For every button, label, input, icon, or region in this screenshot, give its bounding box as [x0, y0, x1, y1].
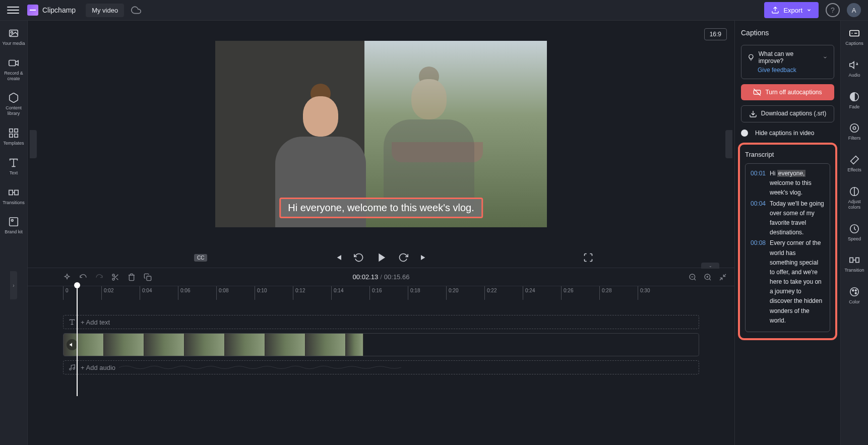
timeline-ruler[interactable]: 00:020:040:060:080:100:120:140:160:180:2… [28, 286, 734, 300]
ruler-mark: 0:06 [178, 286, 216, 300]
panel-title: Captions [741, 29, 834, 37]
cloud-sync-icon[interactable] [131, 5, 141, 15]
turn-off-autocaptions-button[interactable]: Turn off autocaptions [741, 84, 834, 100]
cc-badge[interactable]: CC [194, 254, 207, 262]
transcript-line[interactable]: 00:04Today we'll be going over some of m… [751, 199, 825, 238]
svg-rect-24 [856, 258, 859, 263]
cut-icon[interactable] [111, 273, 119, 281]
video-track[interactable] [63, 333, 699, 356]
record-icon [8, 57, 19, 69]
sidebar-item-content-library[interactable]: Content library [0, 90, 27, 118]
play-icon[interactable] [374, 250, 388, 265]
sidebar-item-brand-kit[interactable]: Brand kit [3, 214, 25, 237]
waveform [119, 364, 401, 371]
hamburger-menu-icon[interactable] [7, 4, 19, 16]
rail-item-fade[interactable]: Fade [847, 89, 862, 112]
adjust-colors-icon [849, 186, 860, 197]
time-display: 00:02.13/00:15.66 [353, 273, 410, 281]
skip-forward-icon[interactable] [418, 252, 428, 263]
transcript-text[interactable]: Today we'll be going over some of my fav… [770, 199, 825, 238]
magic-icon[interactable] [63, 273, 71, 281]
svg-point-26 [852, 290, 854, 291]
sidebar-item-record-create[interactable]: Record & create [0, 55, 27, 84]
text-track-icon [69, 319, 76, 326]
svg-rect-4 [15, 129, 18, 132]
rail-item-speed[interactable]: Speed [846, 221, 863, 244]
fit-icon[interactable] [719, 273, 727, 281]
svg-rect-5 [15, 134, 18, 137]
left-rail: Your media Record & create Content libra… [0, 21, 28, 445]
svg-rect-13 [147, 276, 151, 281]
text-track[interactable]: + Add text [63, 315, 699, 329]
transcript-text[interactable]: Every corner of the world has something … [770, 238, 825, 326]
rewind-10-icon[interactable] [354, 252, 364, 263]
transcript-title: Transcript [745, 151, 830, 158]
help-icon[interactable]: ? [826, 3, 840, 17]
sidebar-item-transitions[interactable]: Transitions [1, 185, 27, 208]
ruler-mark: 0:12 [293, 286, 331, 300]
download-icon [749, 110, 757, 118]
right-rail: Captions Audio Fade Filters Effects Adju… [840, 21, 868, 445]
give-feedback-link[interactable]: Give feedback [758, 67, 828, 74]
ruler-mark: 0 [63, 286, 101, 300]
fade-icon [849, 91, 860, 102]
transcript-line[interactable]: 00:08Every corner of the world has somet… [751, 238, 825, 326]
sidebar-item-your-media[interactable]: Your media [0, 26, 27, 48]
chevron-down-icon [823, 55, 828, 60]
library-icon [8, 92, 19, 103]
avatar[interactable]: A [847, 3, 861, 17]
playhead[interactable] [77, 285, 78, 396]
video-preview[interactable]: Hi everyone, welcome to this week's vlog… [215, 41, 547, 227]
filters-icon [849, 122, 860, 134]
ruler-mark: 0:10 [255, 286, 293, 300]
svg-point-19 [853, 127, 856, 130]
rail-item-color[interactable]: Color [847, 284, 862, 307]
svg-rect-3 [10, 129, 13, 132]
transcript-body[interactable]: 00:01Hi everyone, welcome to this week's… [745, 163, 830, 332]
logo-mark-icon [27, 5, 38, 16]
download-captions-button[interactable]: Download captions (.srt) [741, 105, 834, 122]
hide-captions-toggle[interactable]: Hide captions in video [741, 130, 834, 137]
skip-back-icon[interactable] [334, 252, 344, 263]
video-title[interactable]: My video [86, 4, 124, 17]
sidebar-item-templates[interactable]: Templates [1, 125, 26, 148]
effects-icon [849, 154, 860, 165]
transition-icon [849, 255, 860, 266]
audio-track[interactable]: + Add audio [63, 360, 699, 374]
forward-10-icon[interactable] [398, 252, 408, 263]
transcript-timestamp[interactable]: 00:01 [751, 169, 766, 198]
rail-item-captions[interactable]: Captions [843, 26, 865, 48]
sidebar-item-text[interactable]: Text [6, 155, 21, 178]
copy-icon[interactable] [144, 273, 152, 281]
transcript-text[interactable]: Hi everyone, welcome to this week's vlog… [770, 169, 825, 198]
rail-item-audio[interactable]: Audio [846, 57, 862, 80]
logo-text: Clipchamp [42, 6, 76, 14]
undo-icon[interactable] [79, 273, 87, 281]
zoom-in-icon[interactable] [704, 273, 712, 281]
transcript-timestamp[interactable]: 00:08 [751, 238, 766, 326]
transcript-timestamp[interactable]: 00:04 [751, 199, 766, 238]
feedback-box[interactable]: What can we improve? Give feedback [741, 45, 834, 79]
brand-kit-icon [8, 216, 19, 227]
templates-icon [8, 128, 19, 139]
rail-item-adjust-colors[interactable]: Adjust colors [841, 184, 868, 212]
rail-item-effects[interactable]: Effects [845, 152, 863, 175]
left-rail-expand-icon[interactable]: › [10, 271, 17, 299]
captions-panel: Captions What can we improve? Give feedb… [734, 21, 840, 445]
rail-item-transition[interactable]: Transition [842, 252, 866, 275]
speed-icon [849, 223, 860, 234]
delete-icon[interactable] [128, 273, 136, 281]
text-icon [8, 157, 19, 168]
fullscreen-icon[interactable] [583, 252, 593, 263]
ruler-mark: 0:22 [484, 286, 523, 300]
export-button[interactable]: Export [764, 2, 819, 18]
timeline-collapse-icon[interactable]: ⌄ [701, 263, 719, 269]
logo: Clipchamp [27, 5, 76, 16]
rail-item-filters[interactable]: Filters [846, 120, 863, 143]
redo-icon[interactable] [95, 273, 103, 281]
video-clip[interactable] [64, 334, 363, 356]
zoom-out-icon[interactable] [689, 273, 697, 281]
transcript-line[interactable]: 00:01Hi everyone, welcome to this week's… [751, 169, 825, 198]
clip-audio-icon[interactable] [67, 339, 78, 350]
ruler-mark: 0:14 [331, 286, 369, 300]
